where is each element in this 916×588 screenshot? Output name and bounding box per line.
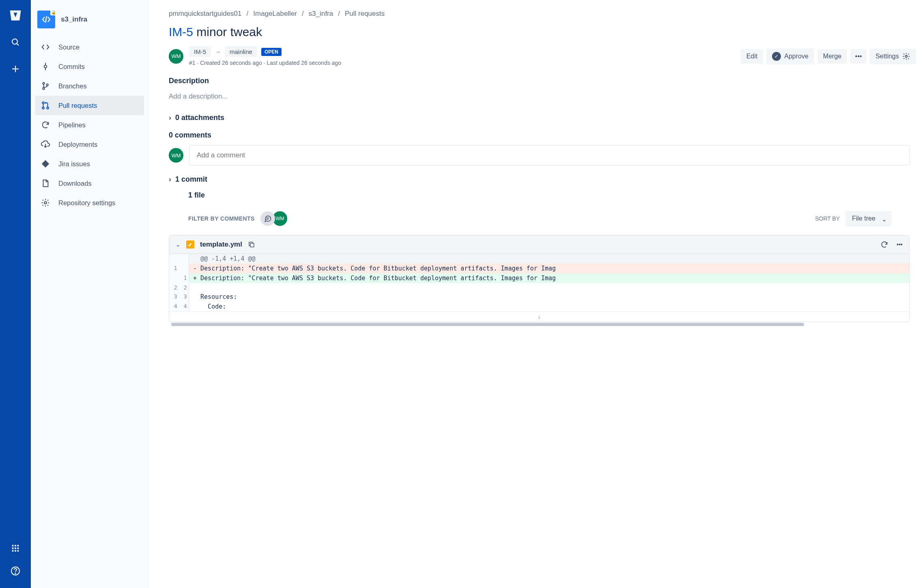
modified-badge-icon	[186, 240, 194, 249]
sidebar-item-label: Deployments	[58, 141, 97, 148]
diff-line[interactable]: 22	[169, 283, 909, 292]
diff-file: ⌄ template.yml ••• @@ -1,4 +1,4 @@1- Des…	[169, 235, 910, 322]
svg-rect-7	[12, 547, 14, 549]
gear-icon	[902, 52, 910, 60]
svg-point-0	[12, 39, 17, 44]
gear-icon	[41, 198, 50, 208]
diff-filename[interactable]: template.yml	[200, 240, 242, 249]
author-avatar[interactable]: WM	[169, 49, 183, 64]
sidebar-item-source[interactable]: Source	[35, 37, 144, 57]
copy-icon[interactable]	[248, 241, 255, 248]
svg-line-1	[17, 43, 19, 45]
more-actions-button[interactable]: •••	[850, 49, 867, 64]
sort-by-label: SORT BY	[815, 215, 840, 222]
refresh-icon[interactable]	[880, 240, 888, 249]
comment-icon	[264, 215, 272, 223]
ellipsis-icon[interactable]: •••	[897, 241, 903, 248]
diff-line[interactable]: 33 Resources:	[169, 292, 909, 302]
diff-line[interactable]: 1- Description: "Create two AWS S3 bucke…	[169, 264, 909, 273]
pr-meta: #1 · Created 26 seconds ago · Last updat…	[189, 60, 735, 66]
filter-all-comments-button[interactable]	[260, 211, 275, 226]
sidebar-item-deployments[interactable]: Deployments	[35, 135, 144, 154]
svg-point-23	[47, 107, 49, 109]
sidebar-item-pipelines[interactable]: Pipelines	[35, 115, 144, 135]
arrow-right-icon: →	[215, 49, 221, 55]
approve-button[interactable]: ✓ Approve	[766, 48, 814, 64]
svg-point-14	[15, 573, 16, 574]
target-branch[interactable]: mainline	[225, 46, 257, 57]
description-heading: Description	[169, 77, 916, 85]
sidebar-item-downloads[interactable]: Downloads	[35, 174, 144, 193]
sidebar-item-label: Jira issues	[58, 160, 90, 168]
repo-header[interactable]: 🔒 s3_infra	[35, 8, 144, 36]
breadcrumb-project[interactable]: ImageLabeller	[253, 10, 297, 18]
svg-rect-10	[12, 550, 14, 552]
search-icon[interactable]	[8, 35, 23, 49]
svg-rect-5	[15, 545, 16, 547]
horizontal-scrollbar[interactable]	[169, 323, 910, 327]
sidebar-item-label: Downloads	[58, 180, 92, 187]
sort-select[interactable]: File tree ⌄	[845, 211, 892, 226]
repo-sidebar: 🔒 s3_infra Source Commits Branches Pull …	[31, 0, 148, 588]
breadcrumb-repo[interactable]: s3_infra	[309, 10, 333, 18]
sidebar-item-jira-issues[interactable]: Jira issues	[35, 154, 144, 174]
sidebar-item-label: Commits	[58, 63, 85, 71]
sidebar-item-label: Pull requests	[58, 102, 97, 109]
svg-rect-4	[12, 545, 14, 547]
sidebar-item-repo-settings[interactable]: Repository settings	[35, 193, 144, 212]
sidebar-item-pull-requests[interactable]: Pull requests	[35, 96, 144, 115]
svg-rect-28	[250, 243, 254, 247]
expand-diff-button[interactable]: ↓	[169, 311, 909, 322]
diff-line[interactable]: 1+ Description: "Create two AWS S3 bucke…	[169, 273, 909, 283]
description-placeholder[interactable]: Add a description...	[169, 91, 916, 102]
breadcrumb-section[interactable]: Pull requests	[345, 10, 385, 18]
create-icon[interactable]	[8, 62, 23, 76]
svg-point-15	[44, 65, 47, 68]
comment-input[interactable]	[189, 145, 910, 165]
repo-name: s3_infra	[61, 15, 87, 24]
sidebar-item-label: Source	[58, 43, 80, 51]
svg-point-25	[905, 55, 907, 57]
chevron-right-icon: ›	[169, 114, 171, 122]
bitbucket-logo-icon[interactable]	[8, 8, 23, 23]
branches-icon	[41, 81, 50, 91]
global-rail	[0, 0, 31, 588]
chevron-down-icon: ⌄	[882, 215, 887, 223]
edit-button[interactable]: Edit	[741, 49, 763, 64]
comments-heading: 0 comments	[169, 131, 916, 139]
ellipsis-icon: •••	[855, 53, 862, 60]
issue-key-link[interactable]: IM-5	[169, 25, 193, 39]
pr-title-text: minor tweak	[193, 25, 262, 39]
pull-requests-icon	[41, 101, 50, 110]
chevron-down-icon[interactable]: ⌄	[176, 241, 181, 248]
sidebar-item-label: Pipelines	[58, 121, 86, 129]
svg-point-20	[46, 84, 48, 86]
svg-point-24	[44, 202, 47, 204]
diff-line[interactable]: 44 Code:	[169, 302, 909, 311]
svg-rect-8	[15, 547, 16, 549]
merge-button[interactable]: Merge	[817, 49, 847, 64]
svg-point-22	[42, 107, 44, 109]
jira-icon	[41, 159, 50, 169]
source-branch[interactable]: IM-5	[189, 46, 211, 57]
chevron-right-icon: ›	[169, 175, 171, 184]
svg-point-19	[43, 88, 45, 90]
commenter-avatar[interactable]: WM	[169, 148, 183, 163]
sidebar-item-branches[interactable]: Branches	[35, 76, 144, 96]
main-content: pmmquickstartguides01/ ImageLabeller/ s3…	[148, 0, 916, 588]
filter-by-comments-label: FILTER BY COMMENTS	[188, 215, 255, 222]
svg-point-21	[42, 102, 44, 104]
pipelines-icon	[41, 120, 50, 130]
sidebar-item-commits[interactable]: Commits	[35, 57, 144, 76]
help-icon[interactable]	[8, 564, 23, 578]
apps-icon[interactable]	[8, 541, 23, 556]
downloads-icon	[41, 178, 50, 188]
commits-icon	[41, 62, 50, 71]
commits-toggle[interactable]: › 1 commit	[169, 175, 916, 184]
source-icon	[41, 42, 50, 52]
breadcrumb-workspace[interactable]: pmmquickstartguides01	[169, 10, 242, 18]
attachments-toggle[interactable]: › 0 attachments	[169, 114, 916, 122]
repo-avatar-icon: 🔒	[37, 11, 55, 28]
status-badge: OPEN	[261, 48, 282, 56]
settings-button[interactable]: Settings	[870, 49, 916, 64]
